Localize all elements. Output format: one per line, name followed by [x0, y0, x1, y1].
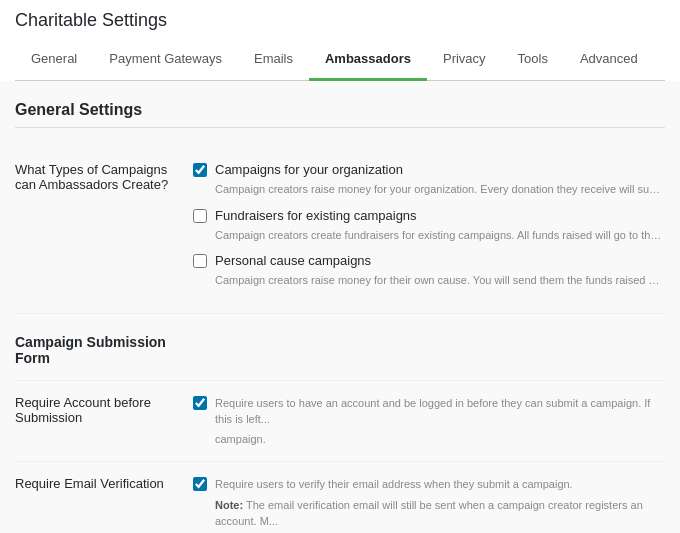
existing-help: Campaign creators create fundraisers for…: [215, 227, 665, 244]
note-label: Note:: [215, 499, 243, 511]
campaign-types-controls: Campaigns for your organization Campaign…: [193, 148, 665, 313]
require-account-help: Require users to have an account and be …: [215, 395, 665, 428]
require-email-checkbox[interactable]: [193, 477, 207, 491]
require-account-row: Require Account before Submission Requir…: [15, 380, 665, 462]
campaign-submission-empty: [193, 313, 665, 380]
existing-label: Fundraisers for existing campaigns: [215, 208, 417, 223]
org-option: Campaigns for your organization Campaign…: [193, 162, 665, 198]
nav-tabs: General Payment Gateways Emails Ambassad…: [15, 39, 665, 81]
tab-emails[interactable]: Emails: [238, 39, 309, 81]
campaign-submission-label: Campaign Submission Form: [15, 313, 193, 380]
require-email-controls: Require users to verify their email addr…: [193, 462, 665, 534]
require-account-controls: Require users to have an account and be …: [193, 380, 665, 462]
tab-tools[interactable]: Tools: [502, 39, 564, 81]
personal-checkbox[interactable]: [193, 254, 207, 268]
require-email-row: Require Email Verification Require users…: [15, 462, 665, 534]
section-title: General Settings: [15, 101, 665, 128]
org-checkbox[interactable]: [193, 163, 207, 177]
campaign-types-label: What Types of Campaigns can Ambassadors …: [15, 148, 193, 313]
tab-ambassadors[interactable]: Ambassadors: [309, 39, 427, 81]
require-email-note: Note: The email verification email will …: [215, 497, 665, 530]
personal-help: Campaign creators raise money for their …: [215, 272, 665, 289]
page-title: Charitable Settings: [15, 10, 665, 31]
tab-general[interactable]: General: [15, 39, 93, 81]
require-email-label: Require Email Verification: [15, 462, 193, 534]
tab-payment-gateways[interactable]: Payment Gateways: [93, 39, 238, 81]
personal-label: Personal cause campaigns: [215, 253, 371, 268]
require-account-help2: campaign.: [215, 431, 665, 448]
require-email-help: Require users to verify their email addr…: [215, 476, 665, 493]
campaign-submission-heading-row: Campaign Submission Form: [15, 313, 665, 380]
tab-advanced[interactable]: Advanced: [564, 39, 654, 81]
existing-checkbox[interactable]: [193, 209, 207, 223]
settings-table: What Types of Campaigns can Ambassadors …: [15, 148, 665, 533]
require-account-label: Require Account before Submission: [15, 380, 193, 462]
org-help: Campaign creators raise money for your o…: [215, 181, 665, 198]
require-account-checkbox[interactable]: [193, 396, 207, 410]
org-label: Campaigns for your organization: [215, 162, 403, 177]
note-content: The email verification email will still …: [215, 499, 643, 528]
existing-option: Fundraisers for existing campaigns Campa…: [193, 208, 665, 244]
personal-option: Personal cause campaigns Campaign creato…: [193, 253, 665, 289]
campaign-types-row: What Types of Campaigns can Ambassadors …: [15, 148, 665, 313]
tab-privacy[interactable]: Privacy: [427, 39, 502, 81]
